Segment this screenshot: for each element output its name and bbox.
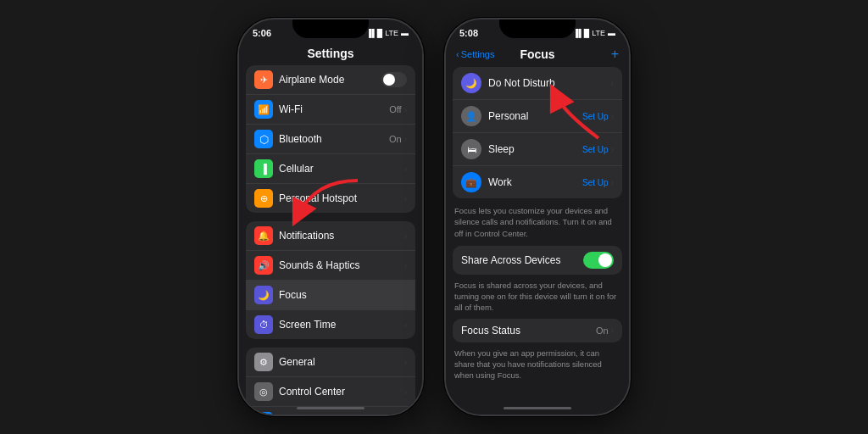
battery-icon: ▬ — [401, 29, 409, 37]
focus-status-value: On — [596, 326, 609, 336]
row-sounds[interactable]: 🔊 Sounds & Haptics › — [246, 251, 415, 281]
bluetooth-label: Bluetooth — [279, 133, 389, 145]
share-across-row[interactable]: Share Across Devices — [453, 246, 622, 275]
row-airplane-mode[interactable]: ✈ Airplane Mode — [246, 65, 415, 95]
signal-icon: ▐▌█ — [366, 29, 382, 37]
notch-2 — [499, 19, 576, 38]
work-icon: 💼 — [461, 172, 481, 192]
row-bluetooth[interactable]: ⬡ Bluetooth On › — [246, 125, 415, 154]
power-button-2 — [629, 87, 631, 121]
share-description: Focus is shared across your devices, and… — [446, 276, 629, 319]
bluetooth-icon: ⬡ — [254, 130, 273, 148]
focus-item-work[interactable]: 💼 Work Set Up › — [453, 166, 622, 198]
sounds-label: Sounds & Haptics — [279, 259, 404, 271]
focus-status-description: When you give an app permission, it can … — [446, 344, 629, 387]
status-icons-2: ▐▌█ LTE ▬ — [573, 29, 615, 37]
row-hotspot[interactable]: ⊕ Personal Hotspot › — [246, 184, 415, 213]
row-wifi[interactable]: 📶 Wi-Fi Off › — [246, 95, 415, 125]
focus-description: Focus lets you customize your devices an… — [446, 200, 629, 246]
general-icon: ⚙ — [254, 353, 273, 371]
work-label: Work — [488, 176, 582, 188]
notch — [292, 19, 369, 38]
dnd-icon: 🌙 — [461, 73, 481, 93]
lte-badge-2: LTE — [592, 29, 605, 37]
work-setup[interactable]: Set Up — [582, 178, 609, 187]
section-connectivity: ✈ Airplane Mode 📶 Wi-Fi Off › ⬡ Bluetoot… — [246, 65, 415, 213]
lte-badge: LTE — [385, 29, 398, 37]
screen-time-icon: ⏱ — [254, 315, 273, 334]
control-center-label: Control Center — [279, 386, 404, 398]
focus-screen: ‹ Settings Focus + 🌙 Do Not Disturb › 👤 … — [446, 43, 629, 415]
personal-icon: 👤 — [461, 106, 481, 126]
time-2: 5:08 — [459, 28, 478, 38]
settings-screen: Settings ✈ Airplane Mode 📶 Wi-Fi Off › ⬡… — [239, 43, 422, 415]
bluetooth-value: On — [389, 134, 402, 144]
row-general[interactable]: ⚙ General › — [246, 348, 415, 377]
row-screen-time[interactable]: ⏱ Screen Time › — [246, 310, 415, 339]
status-icons: ▐▌█ LTE ▬ — [366, 29, 409, 37]
share-label: Share Across Devices — [461, 254, 583, 266]
focus-item-personal[interactable]: 👤 Personal Set Up › — [453, 100, 622, 133]
battery-icon-2: ▬ — [608, 29, 615, 37]
home-indicator — [297, 407, 364, 409]
dnd-label: Do Not Disturb — [488, 77, 611, 89]
focus-icon: 🌙 — [254, 286, 273, 304]
signal-icon-2: ▐▌█ — [573, 29, 589, 37]
row-focus[interactable]: 🌙 Focus › — [246, 281, 415, 310]
row-control-center[interactable]: ◎ Control Center › — [246, 377, 415, 407]
sleep-icon: 🛏 — [461, 139, 481, 159]
back-button[interactable]: ‹ Settings — [456, 49, 494, 59]
cellular-label: Cellular — [279, 163, 404, 175]
wifi-icon: 📶 — [254, 100, 273, 119]
time: 5:06 — [253, 28, 271, 38]
display-icon: Aa — [254, 412, 273, 415]
back-label: Settings — [461, 49, 495, 59]
personal-label: Personal — [488, 110, 582, 122]
sleep-label: Sleep — [488, 143, 582, 155]
power-button — [422, 87, 424, 121]
focus-item-dnd[interactable]: 🌙 Do Not Disturb › — [453, 67, 622, 100]
focus-label: Focus — [279, 289, 404, 301]
volume-button — [237, 79, 239, 99]
row-notifications[interactable]: 🔔 Notifications › — [246, 221, 415, 251]
chevron-left-icon: ‹ — [456, 49, 459, 59]
section-notifications: 🔔 Notifications › 🔊 Sounds & Haptics › 🌙… — [246, 221, 415, 339]
airplane-label: Airplane Mode — [279, 74, 381, 86]
focus-items-group: 🌙 Do Not Disturb › 👤 Personal Set Up › 🛏… — [453, 67, 622, 198]
cellular-icon: ▐ — [254, 159, 273, 178]
phone-1: 5:06 ▐▌█ LTE ▬ Settings ✈ Airplane Mode … — [237, 18, 424, 416]
sleep-setup[interactable]: Set Up — [582, 145, 609, 154]
sounds-icon: 🔊 — [254, 256, 273, 275]
airplane-icon: ✈ — [254, 70, 273, 89]
focus-status-row[interactable]: Focus Status On › — [453, 319, 622, 342]
wifi-value: Off — [389, 104, 401, 114]
focus-status-label: Focus Status — [461, 325, 596, 337]
focus-nav: ‹ Settings Focus + — [446, 43, 629, 67]
general-label: General — [279, 356, 404, 368]
hotspot-label: Personal Hotspot — [279, 192, 404, 204]
screen-time-label: Screen Time — [279, 319, 404, 331]
share-toggle[interactable] — [583, 252, 614, 269]
settings-nav-bar: Settings — [239, 43, 422, 65]
row-cellular[interactable]: ▐ Cellular › — [246, 154, 415, 184]
control-center-icon: ◎ — [254, 382, 273, 401]
wifi-label: Wi-Fi — [279, 103, 389, 115]
notifications-label: Notifications — [279, 230, 404, 242]
phone-2: 5:08 ▐▌█ LTE ▬ ‹ Settings Focus + 🌙 Do N… — [444, 18, 631, 416]
focus-page-title: Focus — [520, 47, 554, 61]
personal-setup[interactable]: Set Up — [582, 112, 609, 121]
home-indicator-2 — [504, 407, 571, 409]
focus-item-sleep[interactable]: 🛏 Sleep Set Up › — [453, 133, 622, 166]
notifications-icon: 🔔 — [254, 226, 273, 245]
add-focus-button[interactable]: + — [611, 47, 619, 62]
section-general: ⚙ General › ◎ Control Center › Aa Displa… — [246, 348, 415, 415]
airplane-toggle[interactable] — [381, 72, 407, 87]
settings-title: Settings — [307, 47, 353, 60]
hotspot-icon: ⊕ — [254, 189, 273, 208]
